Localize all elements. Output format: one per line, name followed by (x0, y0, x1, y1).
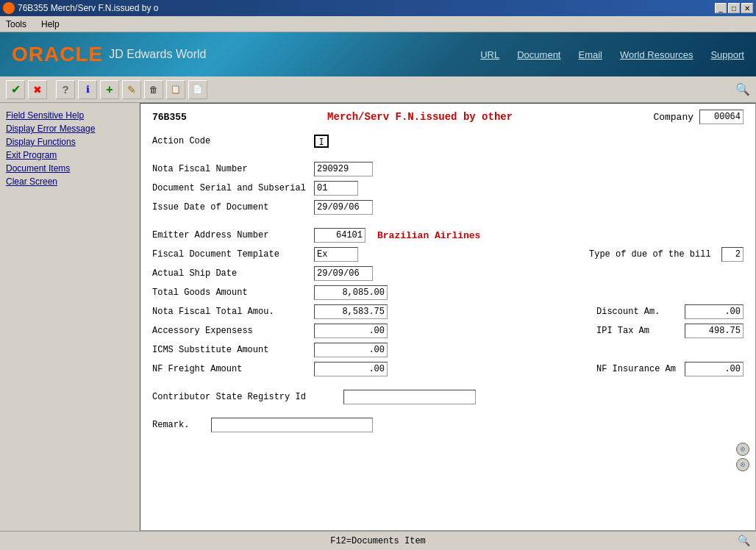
oracle-wordmark: ORACLE (12, 43, 103, 66)
nota-fiscal-total-input[interactable] (314, 304, 388, 319)
nav-url[interactable]: URL (480, 49, 499, 60)
doc-serial-label: Document Serial and Subserial (152, 183, 314, 193)
ipi-tax-label: IPI Tax Am (596, 326, 685, 336)
close-button[interactable]: ✕ (741, 3, 753, 13)
edit-button[interactable]: ✎ (122, 80, 141, 99)
actual-ship-input[interactable] (314, 266, 373, 281)
doc-serial-input[interactable] (314, 181, 358, 196)
sidebar-item-display-functions[interactable]: Display Functions (3, 135, 137, 149)
total-goods-input[interactable] (314, 285, 388, 300)
side-icons: ⊙ ⊙ (736, 443, 749, 471)
scroll-up-icon[interactable]: ⊙ (736, 443, 749, 456)
nota-fiscal-total-label: Nota Fiscal Total Amou. (152, 307, 314, 317)
sidebar-item-field-sensitive-help[interactable]: Field Sensitive Help (3, 109, 137, 122)
form-company: Company (653, 110, 743, 124)
action-code-label: Action Code (152, 136, 314, 146)
display1-button[interactable]: 📋 (166, 80, 185, 99)
contributor-row: Contributor State Registry Id (152, 389, 743, 405)
sidebar-item-display-error-message[interactable]: Display Error Message (3, 122, 137, 135)
remark-label: Remark. (152, 420, 211, 430)
nav-support[interactable]: Support (710, 49, 744, 60)
menu-tools[interactable]: Tools (3, 18, 29, 31)
fiscal-doc-input[interactable] (314, 247, 358, 262)
total-goods-label: Total Goods Amount (152, 288, 314, 298)
nav-document[interactable]: Document (517, 49, 560, 60)
cancel-button[interactable]: ✖ (28, 80, 47, 99)
nav-world-resources[interactable]: World Resources (620, 49, 693, 60)
minimize-button[interactable]: _ (715, 3, 727, 13)
emitter-address-input[interactable] (314, 228, 365, 243)
nota-fiscal-row: Nota Fiscal Number (152, 161, 743, 177)
discount-am-label: Discount Am. (596, 307, 685, 317)
accessory-label: Accessory Expensess (152, 326, 314, 336)
ok-button[interactable]: ✔ (6, 80, 25, 99)
company-label: Company (653, 112, 693, 123)
form-header: 76B355 Merch/Serv F.N.issued by other Co… (152, 110, 743, 124)
menu-bar: Tools Help (0, 16, 756, 32)
form-title: Merch/Serv F.N.issued by other (193, 111, 648, 123)
issue-date-input[interactable] (314, 200, 373, 215)
app-icon (3, 2, 15, 14)
icms-row: ICMS Substitute Amount (152, 342, 743, 358)
title-bar: 76B355 Merch/Serv F.N.issued by o _ □ ✕ (0, 0, 756, 16)
icms-label: ICMS Substitute Amount (152, 345, 314, 355)
emitter-address-row: Emitter Address Number Brazilian Airline… (152, 227, 743, 243)
fiscal-doc-label: Fiscal Document Template (152, 249, 314, 260)
form-area: 76B355 Merch/Serv F.N.issued by other Co… (140, 103, 756, 531)
contributor-input[interactable] (343, 390, 476, 404)
actual-ship-label: Actual Ship Date (152, 268, 314, 279)
discount-am-input[interactable] (685, 304, 743, 319)
sidebar: Field Sensitive Help Display Error Messa… (0, 103, 140, 531)
nota-fiscal-total-row: Nota Fiscal Total Amou. Discount Am. (152, 304, 743, 320)
help-button[interactable]: ? (56, 80, 75, 99)
issue-date-row: Issue Date of Document (152, 199, 743, 215)
icms-input[interactable] (314, 343, 388, 357)
main-area: Field Sensitive Help Display Error Messa… (0, 103, 756, 531)
action-code-input[interactable]: I (314, 135, 329, 148)
ipi-tax-input[interactable] (685, 324, 743, 338)
remark-input[interactable] (211, 418, 373, 432)
nf-freight-label: NF Freight Amount (152, 364, 314, 374)
issue-date-label: Issue Date of Document (152, 202, 314, 213)
nav-links: URL Document Email World Resources Suppo… (480, 49, 744, 60)
accessory-row: Accessory Expensess IPI Tax Am (152, 323, 743, 339)
form-id: 76B355 (152, 112, 187, 123)
toolbar: ✔ ✖ ? ℹ + ✎ 🗑 📋 📄 🔍 (0, 76, 756, 103)
doc-serial-row: Document Serial and Subserial (152, 180, 743, 196)
sidebar-item-exit-program[interactable]: Exit Program (3, 149, 137, 162)
action-code-row: Action Code I (152, 133, 743, 149)
fiscal-doc-row: Fiscal Document Template Type of due of … (152, 246, 743, 262)
search-bottom-icon[interactable]: 🔍 (738, 535, 750, 547)
nf-insurance-label: NF Insurance Am (596, 364, 685, 374)
f12-label: F12=Documents Item (330, 536, 426, 546)
total-goods-row: Total Goods Amount (152, 285, 743, 301)
window-controls: _ □ ✕ (715, 3, 753, 13)
oracle-header: ORACLE JD Edwards World URL Document Ema… (0, 32, 756, 76)
bottom-bar: F12=Documents Item 🔍 (0, 531, 756, 550)
add-button[interactable]: + (100, 80, 119, 99)
type-of-due-input[interactable] (721, 247, 743, 262)
emitter-name: Brazilian Airlines (377, 230, 480, 241)
search-icon[interactable]: 🔍 (735, 82, 750, 97)
accessory-input[interactable] (314, 324, 388, 338)
menu-help[interactable]: Help (38, 18, 63, 31)
nota-fiscal-input[interactable] (314, 162, 373, 176)
maximize-button[interactable]: □ (728, 3, 740, 13)
delete-button[interactable]: 🗑 (144, 80, 163, 99)
oracle-logo: ORACLE JD Edwards World (12, 43, 206, 66)
nf-freight-row: NF Freight Amount NF Insurance Am (152, 361, 743, 377)
info-button[interactable]: ℹ (78, 80, 97, 99)
company-input[interactable] (699, 110, 743, 124)
remark-row: Remark. (152, 417, 743, 433)
emitter-address-label: Emitter Address Number (152, 230, 314, 240)
nota-fiscal-label: Nota Fiscal Number (152, 164, 314, 174)
nf-freight-input[interactable] (314, 362, 388, 376)
nf-insurance-input[interactable] (685, 362, 743, 376)
scroll-mid-icon[interactable]: ⊙ (736, 458, 749, 471)
contributor-label: Contributor State Registry Id (152, 392, 343, 402)
sidebar-item-clear-screen[interactable]: Clear Screen (3, 175, 137, 188)
sidebar-item-document-items[interactable]: Document Items (3, 162, 137, 175)
display2-button[interactable]: 📄 (188, 80, 207, 99)
jde-subtitle: JD Edwards World (109, 48, 206, 61)
nav-email[interactable]: Email (578, 49, 602, 60)
